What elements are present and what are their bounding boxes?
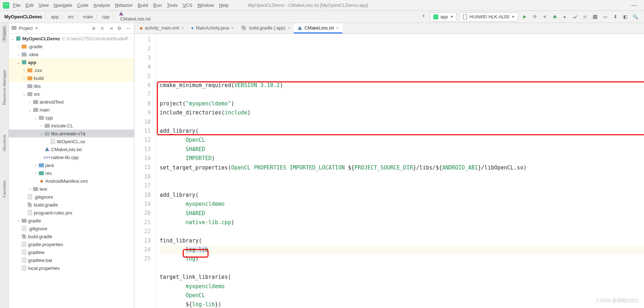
menu-run[interactable]: Run bbox=[153, 3, 162, 8]
editor-tab[interactable]: CMakeLists.txt× bbox=[294, 23, 342, 33]
tree-node[interactable]: ›.idea bbox=[9, 50, 134, 58]
search-icon[interactable]: 🔍 bbox=[631, 13, 639, 21]
tree-node[interactable]: ›.gradle bbox=[9, 42, 134, 50]
tree-node[interactable]: gradlew bbox=[9, 248, 134, 256]
coverage-icon[interactable]: ▸ bbox=[561, 13, 569, 21]
menu-view[interactable]: View bbox=[38, 3, 49, 8]
attach-debugger-icon[interactable]: ⎋ bbox=[581, 13, 589, 21]
tree-node[interactable]: ›gradle bbox=[9, 217, 134, 225]
tree-node[interactable]: c++native-lib.cpp bbox=[9, 153, 134, 161]
run-button[interactable] bbox=[521, 13, 529, 21]
tree-node[interactable]: 🐘build.gradle bbox=[9, 232, 134, 240]
tree-node[interactable]: ◆AndroidManifest.xml bbox=[9, 177, 134, 185]
tool-strip-structure[interactable]: Structure bbox=[2, 132, 6, 154]
stop-button[interactable] bbox=[591, 13, 599, 21]
breadcrumb-item[interactable]: app bbox=[50, 14, 60, 19]
breadcrumb-item[interactable]: src bbox=[67, 14, 74, 19]
tool-strip-favorites[interactable]: Favorites bbox=[2, 178, 6, 200]
menu-window[interactable]: Window bbox=[197, 3, 214, 8]
apply-code-icon[interactable]: ≡ bbox=[541, 13, 549, 21]
tree-expander-icon[interactable]: › bbox=[16, 53, 21, 56]
tree-expander-icon[interactable]: › bbox=[27, 100, 32, 104]
close-tab-icon[interactable]: × bbox=[288, 26, 290, 31]
tree-expander-icon[interactable]: ⌄ bbox=[10, 37, 15, 41]
project-tree[interactable]: ⌄MyOpenCLDemoC:\Users\27531\AndroidStudi… bbox=[9, 34, 134, 308]
tree-node[interactable]: ›test bbox=[9, 185, 134, 193]
tree-node[interactable]: ⌄src bbox=[9, 90, 134, 98]
tree-node[interactable]: ⌄MyOpenCLDemoC:\Users\27531\AndroidStudi… bbox=[9, 35, 134, 42]
select-opened-icon[interactable]: ⊕ bbox=[90, 25, 97, 32]
tree-expander-icon[interactable]: › bbox=[16, 45, 21, 49]
menu-refactor[interactable]: Refactor bbox=[115, 3, 133, 8]
breadcrumb-item[interactable]: cpp bbox=[101, 14, 110, 19]
editor-tab[interactable]: 🐘build.gradle (:app)× bbox=[237, 23, 294, 33]
menu-help[interactable]: Help bbox=[219, 3, 229, 8]
tree-node[interactable]: 🐘build.gradle bbox=[9, 201, 134, 209]
expand-all-icon[interactable]: ≑ bbox=[99, 25, 105, 32]
tree-node[interactable]: ⌄main bbox=[9, 106, 134, 114]
tree-expander-icon[interactable]: ⌄ bbox=[39, 132, 44, 136]
run-config-combo[interactable]: app▼ bbox=[430, 12, 457, 22]
menu-file[interactable]: File bbox=[13, 3, 20, 8]
tree-expander-icon[interactable]: › bbox=[33, 171, 38, 175]
close-tab-icon[interactable]: × bbox=[231, 26, 234, 31]
sync-icon[interactable] bbox=[420, 13, 428, 21]
menu-vcs[interactable]: VCS bbox=[183, 3, 192, 8]
tool-strip-resource-manager[interactable]: Resource Manager bbox=[2, 68, 6, 107]
breadcrumb-item[interactable]: CMakeLists.txt bbox=[118, 11, 151, 22]
menu-build[interactable]: Build bbox=[138, 3, 148, 8]
tree-expander-icon[interactable]: ⌄ bbox=[22, 92, 27, 96]
sdk-manager-icon[interactable]: ⬇ bbox=[611, 13, 619, 21]
editor-tab[interactable]: ◆activity_main.xml× bbox=[136, 23, 187, 33]
tree-expander-icon[interactable]: ⌄ bbox=[33, 116, 38, 120]
debug-button[interactable] bbox=[551, 13, 559, 21]
tree-node[interactable]: proguard-rules.pro bbox=[9, 209, 134, 217]
menu-analyze[interactable]: Analyze bbox=[93, 3, 110, 8]
tree-node[interactable]: ›.cxx bbox=[9, 66, 134, 74]
tree-node[interactable]: ⌄app bbox=[9, 58, 134, 66]
tree-expander-icon[interactable]: ⌄ bbox=[27, 108, 32, 112]
tree-expander-icon[interactable]: › bbox=[27, 187, 32, 191]
close-tab-icon[interactable]: × bbox=[336, 26, 339, 31]
device-combo[interactable]: HUAWEI HLK-AL00▼ bbox=[460, 12, 518, 22]
tree-node[interactable]: ›build bbox=[9, 74, 134, 82]
tree-node[interactable]: .gitignore bbox=[9, 193, 134, 201]
tree-node[interactable]: ⌄cpp bbox=[9, 114, 134, 122]
code-editor[interactable]: 1234567891011121314151617181920212223242… bbox=[134, 34, 644, 308]
tree-node[interactable]: libs bbox=[9, 82, 134, 90]
layout-inspector-icon[interactable]: ◧ bbox=[621, 13, 629, 21]
tree-expander-icon[interactable]: › bbox=[16, 219, 21, 223]
avd-manager-icon[interactable]: ▭ bbox=[601, 13, 609, 21]
hide-panel-icon[interactable]: — bbox=[125, 25, 131, 32]
editor-tab[interactable]: ●MainActivity.java× bbox=[187, 23, 237, 33]
close-tab-icon[interactable]: × bbox=[181, 26, 184, 31]
tree-node[interactable]: gradlew.bat bbox=[9, 256, 134, 264]
profile-button[interactable] bbox=[571, 13, 579, 21]
tool-strip-project[interactable]: Project bbox=[2, 25, 6, 42]
tree-expander-icon[interactable]: › bbox=[22, 68, 27, 72]
tree-expander-icon[interactable]: › bbox=[33, 163, 38, 167]
minimize-button[interactable]: — bbox=[627, 2, 641, 9]
breadcrumb-item[interactable]: main bbox=[82, 14, 94, 19]
menu-tools[interactable]: Tools bbox=[167, 3, 178, 8]
breadcrumb-item[interactable]: MyOpenCLDemo bbox=[4, 14, 43, 19]
menu-edit[interactable]: Edit bbox=[26, 3, 33, 8]
tree-node[interactable]: ›res bbox=[9, 169, 134, 177]
tree-node[interactable]: CMakeLists.txt bbox=[9, 145, 134, 153]
tree-node[interactable]: gradle.properties bbox=[9, 240, 134, 248]
tree-node[interactable]: ›include.CL bbox=[9, 122, 134, 130]
gear-icon[interactable]: ⚙ bbox=[116, 25, 123, 32]
tree-node[interactable]: local.properties bbox=[9, 264, 134, 272]
code-content[interactable]: cmake_minimum_required(VERSION 3.10.2) p… bbox=[156, 34, 644, 308]
tree-node[interactable]: ›androidTest bbox=[9, 98, 134, 106]
collapse-all-icon[interactable]: ⇥ bbox=[108, 25, 114, 32]
tree-node[interactable]: ›java bbox=[9, 161, 134, 169]
apply-changes-icon[interactable]: ⟳ bbox=[531, 13, 539, 21]
menu-navigate[interactable]: Navigate bbox=[54, 3, 72, 8]
tree-node[interactable]: ⌄libs.armeabi-v7a bbox=[9, 130, 134, 137]
menu-code[interactable]: Code bbox=[77, 3, 88, 8]
tree-node[interactable]: libOpenCL.so bbox=[9, 137, 134, 145]
tree-expander-icon[interactable]: › bbox=[39, 124, 44, 128]
tree-expander-icon[interactable]: ⌄ bbox=[16, 60, 21, 64]
tree-node[interactable]: .gitignore bbox=[9, 225, 134, 232]
